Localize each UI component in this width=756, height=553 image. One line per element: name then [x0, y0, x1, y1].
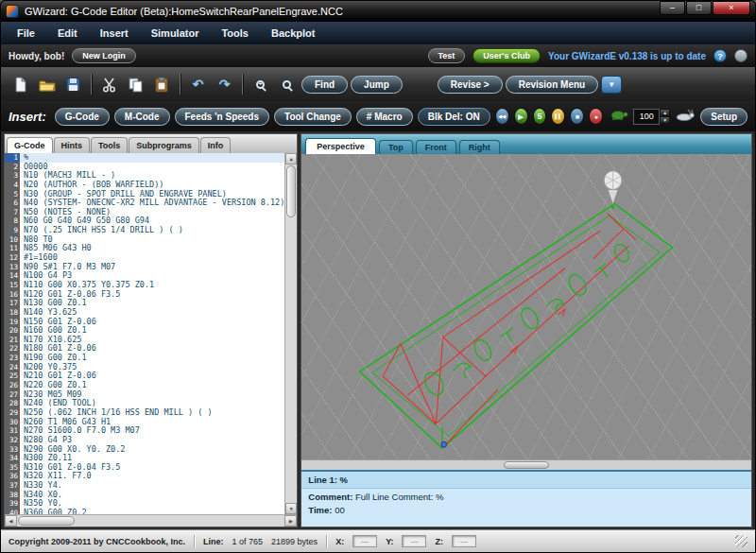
menu-item-tools[interactable]: Tools: [211, 25, 259, 42]
code-text[interactable]: %: [20, 153, 284, 163]
menu-item-insert[interactable]: Insert: [90, 25, 139, 42]
resize-grip[interactable]: [735, 535, 747, 547]
rabbit-icon: [675, 108, 696, 125]
scrollbar-thumb[interactable]: [18, 516, 75, 526]
line-number: 4: [5, 181, 20, 190]
help-icon[interactable]: ?: [713, 49, 727, 62]
editor-horizontal-scrollbar[interactable]: ◀ ▶: [5, 514, 297, 527]
tab-subprograms[interactable]: Subprograms: [129, 137, 199, 153]
menu-item-edit[interactable]: Edit: [47, 25, 88, 42]
scroll-down-button[interactable]: ▼: [285, 503, 297, 514]
undo-icon[interactable]: ↶: [186, 73, 210, 96]
tab-right[interactable]: Right: [459, 140, 500, 154]
line-number: 25: [5, 372, 20, 381]
scrollbar-thumb[interactable]: [504, 461, 549, 469]
zoom-out-icon[interactable]: [275, 73, 299, 96]
menu-item-file[interactable]: File: [7, 25, 45, 42]
line-number: 30: [5, 418, 20, 427]
copyright-text: Copyright 2009-2011 by CNCCookbook, Inc.: [9, 537, 185, 546]
revision-dropdown-button[interactable]: ▼: [601, 76, 622, 94]
status-bar: Copyright 2009-2011 by CNCCookbook, Inc.…: [1, 529, 755, 552]
line-number: 15: [5, 281, 20, 290]
title-bar[interactable]: GWizard: G-Code Editor (Beta):HomeSwitch…: [1, 1, 755, 22]
line-count-value: 1 of 765: [232, 537, 264, 546]
maximize-button[interactable]: □: [686, 1, 712, 15]
line-number: 3: [5, 171, 20, 181]
pause-button[interactable]: ▌▌: [551, 108, 565, 125]
block-delete-toggle[interactable]: Blk Del: ON: [418, 108, 490, 126]
save-file-icon[interactable]: [61, 73, 85, 96]
speed-down-button[interactable]: ▼: [660, 116, 670, 124]
toolbar-divider: [91, 74, 92, 95]
tool-marker: [605, 171, 623, 209]
tab-info[interactable]: Info: [200, 137, 232, 153]
step-button[interactable]: 5: [533, 108, 547, 125]
menu-item-backplot[interactable]: Backplot: [261, 25, 325, 42]
new-login-button[interactable]: New Login: [72, 48, 136, 63]
z-coord-label: Z:: [435, 537, 443, 546]
test-button[interactable]: Test: [428, 48, 466, 63]
redo-icon[interactable]: ↷: [213, 73, 236, 96]
line-info-panel: Line 1: % Comment: Full Line Comment: % …: [301, 470, 751, 527]
minimize-button[interactable]: –: [660, 1, 685, 15]
setup-button[interactable]: Setup: [700, 108, 747, 126]
toolbar-divider: [180, 74, 180, 95]
code-text[interactable]: N85 M06 G43 H0: [20, 244, 284, 253]
zoom-in-icon[interactable]: +: [249, 73, 272, 96]
insert-tool-change-button[interactable]: Tool Change: [274, 108, 352, 126]
z-coord-value: ---: [452, 535, 476, 547]
scroll-right-button[interactable]: ▶: [284, 515, 297, 527]
speed-value[interactable]: 100: [633, 109, 660, 125]
line-number: 27: [5, 390, 20, 400]
tab-hints[interactable]: Hints: [54, 137, 91, 153]
scroll-up-button[interactable]: ▲: [285, 153, 297, 164]
paste-icon[interactable]: [150, 73, 174, 96]
play-button[interactable]: ▶: [514, 108, 528, 125]
insert-bar: Insert: G-Code M-Code Feeds 'n Speeds To…: [1, 101, 755, 131]
editor-vertical-scrollbar[interactable]: ▲ ▼: [284, 153, 297, 514]
code-rows[interactable]: 1%2O00003N10 (MACH3 MILL - )4N20 (AUTHOR…: [5, 153, 284, 514]
close-button[interactable]: ×: [713, 1, 750, 15]
line-number: 29: [5, 408, 20, 418]
speed-spinner[interactable]: 100 ▲ ▼: [633, 109, 670, 125]
backplot-view[interactable]: [301, 154, 751, 459]
revision-menu-button[interactable]: Revision Menu: [506, 76, 599, 94]
view-tab-bar: Perspective Top Front Right: [301, 134, 751, 154]
insert-feeds-speeds-button[interactable]: Feeds 'n Speeds: [175, 108, 270, 126]
insert-macro-button[interactable]: # Macro: [356, 108, 413, 126]
tab-gcode[interactable]: G-Code: [7, 137, 53, 153]
line-number: 38: [5, 491, 20, 500]
scroll-left-button[interactable]: ◀: [5, 515, 17, 527]
open-file-icon[interactable]: [35, 73, 59, 96]
tab-front[interactable]: Front: [416, 140, 456, 154]
record-button[interactable]: ●: [589, 108, 603, 125]
code-text[interactable]: N70 (.25 INCH HSS 1/4 DRILL ) ( ): [20, 226, 284, 235]
menu-item-simulator[interactable]: Simulator: [141, 25, 210, 42]
view-horizontal-scrollbar[interactable]: [301, 459, 751, 470]
revise-button[interactable]: Revise >: [438, 76, 503, 94]
line-number: 7: [5, 208, 20, 217]
find-button[interactable]: Find: [301, 76, 348, 94]
toolpath-canvas: [301, 154, 751, 459]
tab-tools[interactable]: Tools: [91, 137, 128, 153]
info-icon[interactable]: [734, 49, 747, 62]
rewind-button[interactable]: ◀◀: [495, 108, 509, 125]
cut-icon[interactable]: [97, 73, 121, 96]
jump-button[interactable]: Jump: [351, 76, 403, 94]
insert-mcode-button[interactable]: M-Code: [114, 108, 170, 126]
tab-top[interactable]: Top: [379, 140, 413, 154]
byte-count: 21899 bytes: [271, 537, 318, 546]
new-file-icon[interactable]: [9, 73, 32, 96]
line-number: 12: [5, 253, 20, 263]
scrollbar-thumb[interactable]: [286, 165, 296, 217]
copy-icon[interactable]: [124, 73, 147, 96]
line-number: 31: [5, 426, 20, 436]
line-count-label: Line:: [203, 537, 224, 546]
users-club-button[interactable]: User's Club: [472, 48, 541, 63]
stop-button[interactable]: ■: [570, 108, 584, 125]
insert-gcode-button[interactable]: G-Code: [55, 108, 110, 126]
line-number: 19: [5, 318, 20, 327]
line-number: 21: [5, 336, 20, 345]
tab-perspective[interactable]: Perspective: [305, 138, 376, 154]
speed-up-button[interactable]: ▲: [660, 109, 670, 116]
